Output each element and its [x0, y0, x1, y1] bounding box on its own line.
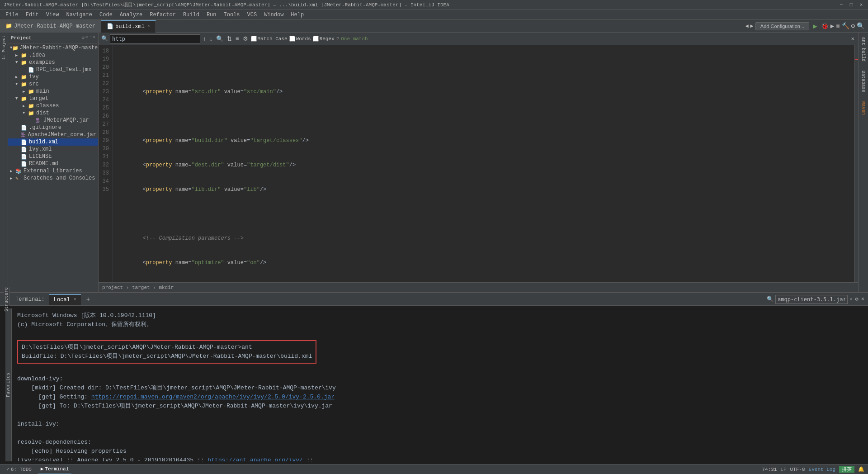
tree-jmeter-amqp-jar-label: JMeterAMQP.jar — [43, 117, 89, 123]
run-coverage-button[interactable]: ▶ — [830, 22, 834, 30]
navigate-forward-icon[interactable]: ▶ — [750, 23, 754, 29]
menu-tools[interactable]: Tools — [220, 11, 244, 19]
build-button[interactable]: 🔨 — [842, 22, 849, 30]
code-lines[interactable]: <property name="src.dir" value="src/main… — [113, 45, 854, 282]
match-case-checkbox[interactable] — [251, 36, 257, 42]
structure-label[interactable]: Structure — [4, 287, 9, 312]
expand-all-icon[interactable]: ≡ — [85, 35, 88, 41]
tree-classes[interactable]: ▶ 📁 classes — [8, 102, 98, 109]
tree-license-label: LICENSE — [29, 153, 52, 160]
tree-readme[interactable]: 📄 README.md — [8, 160, 98, 167]
database-tab[interactable]: Database — [860, 68, 867, 95]
file-tab-buildxml[interactable]: 📄 build.xml × — [101, 20, 156, 33]
maximize-button[interactable]: □ — [848, 2, 854, 8]
ime-indicator[interactable]: 拼英 — [839, 466, 854, 473]
menu-code[interactable]: Code — [96, 11, 116, 19]
project-sidebar-icon[interactable]: 1: Project — [1, 33, 7, 62]
notification-icon[interactable]: 🔔 — [858, 466, 864, 472]
tree-examples[interactable]: ▼ 📁 examples — [8, 59, 98, 66]
project-header-label: Project — [11, 35, 32, 41]
menu-build[interactable]: Build — [179, 11, 203, 19]
project-header: Project ⚙ ≡ − × — [8, 33, 98, 43]
close-panel-icon[interactable]: × — [93, 35, 95, 41]
terminal-bottom-tab[interactable]: ▶ Terminal — [38, 465, 71, 474]
terminal-close-icon[interactable]: × — [861, 296, 864, 303]
settings-icon[interactable]: ⚙ — [851, 22, 855, 30]
tree-buildxml[interactable]: 📄 build.xml — [8, 138, 98, 146]
navigate-back-icon[interactable]: ◀ — [745, 23, 748, 29]
menu-refactor[interactable]: Refactor — [146, 11, 179, 19]
prev-match-button[interactable]: ↑ — [202, 35, 207, 42]
new-terminal-button[interactable]: + — [85, 296, 92, 303]
add-configuration-button[interactable]: Add Configuration... — [755, 22, 809, 30]
match-case-option[interactable]: Match Case — [251, 36, 288, 42]
terminal-link-2[interactable]: https://ant.apache.org/ivy/ — [208, 457, 303, 461]
close-terminal-tab-icon[interactable]: × — [74, 297, 76, 302]
todo-tab[interactable]: ✓ 6: TODO — [4, 465, 34, 474]
event-log-label[interactable]: Event Log — [809, 467, 835, 472]
menu-analyze[interactable]: Analyze — [116, 11, 146, 19]
menu-edit[interactable]: Edit — [22, 11, 42, 19]
replace-options-button[interactable]: ⇅ — [226, 35, 233, 42]
search-input[interactable] — [110, 34, 200, 43]
menu-help[interactable]: Help — [287, 11, 307, 19]
tree-ivy[interactable]: ▶ 📁 ivy — [8, 73, 98, 81]
find-button[interactable]: 🔍 — [215, 35, 224, 42]
tree-external-libs[interactable]: ▶ 📚 External Libraries — [8, 167, 98, 175]
tree-license[interactable]: 📄 LICENSE — [8, 153, 98, 160]
tree-idea[interactable]: ▶ 📁 .idea — [8, 52, 98, 59]
words-checkbox[interactable] — [289, 36, 295, 42]
maven-tab[interactable]: Maven — [860, 99, 867, 118]
settings-gear-icon[interactable]: ⚙ — [81, 35, 85, 41]
close-tab-icon[interactable]: × — [147, 24, 150, 29]
tree-ivyxml[interactable]: 📄 ivy.xml — [8, 146, 98, 153]
filter-options-button[interactable]: ⚙ — [242, 35, 249, 42]
words-option[interactable]: Words — [289, 36, 311, 42]
tree-rpc-load-test[interactable]: 📄 RPC_Load_Test.jmx — [8, 66, 98, 73]
filter-button[interactable]: ≡ — [235, 35, 240, 42]
terminal-text[interactable]: Microsoft Windows [版本 10.0.19042.1110] (… — [12, 308, 863, 461]
tree-main[interactable]: ▶ 📁 main — [8, 88, 98, 95]
terminal-link-1[interactable]: https://repo1.maven.org/maven2/org/apach… — [91, 393, 335, 400]
tree-dist[interactable]: ▼ 📁 dist — [8, 109, 98, 117]
minimize-button[interactable]: − — [838, 2, 844, 8]
tree-root[interactable]: ▼ 📁 JMeter-Rabbit-AMQP-master — [8, 44, 98, 52]
code-content[interactable]: 18 19 20 21 22 23 24 25 26 27 28 29 30 3… — [99, 45, 858, 282]
tree-scratches[interactable]: ▶ ✎ Scratches and Consoles — [8, 175, 98, 182]
stop-button[interactable]: ■ — [836, 23, 840, 30]
tree-target[interactable]: ▼ 📁 target — [8, 95, 98, 102]
terminal-settings-icon[interactable]: ⚙ — [855, 296, 859, 303]
help-icon[interactable]: ? — [336, 36, 340, 42]
terminal-search-input[interactable] — [775, 295, 848, 304]
breadcrumb-bar: project › target › mkdir — [99, 282, 858, 292]
menu-vcs[interactable]: VCS — [244, 11, 261, 19]
tree-gitignore[interactable]: 📄 .gitignore — [8, 124, 98, 131]
run-button[interactable]: ▶ — [811, 22, 819, 31]
scroll-indicator[interactable] — [854, 45, 858, 282]
menu-file[interactable]: File — [2, 11, 22, 19]
close-button[interactable]: × — [858, 2, 864, 8]
next-match-button[interactable]: ↓ — [209, 35, 214, 42]
menu-window[interactable]: Window — [260, 11, 287, 19]
breadcrumb-text: project › target › mkdir — [102, 285, 174, 290]
ant-build-tab[interactable]: ant build — [860, 34, 867, 64]
tree-src[interactable]: ▼ 📁 src — [8, 81, 98, 88]
tree-jmeter-amqp-jar[interactable]: 🗜 JMeterAMQP.jar — [8, 117, 98, 124]
collapse-icon[interactable]: − — [89, 35, 92, 41]
terminal-line-blank3 — [17, 411, 857, 420]
project-tab[interactable]: 📁 JMeter-Rabbit-AMQP-master — [0, 20, 101, 33]
terminal-search-clear[interactable]: × — [849, 297, 853, 302]
close-search-button[interactable]: × — [850, 35, 855, 42]
menu-view[interactable]: View — [42, 11, 63, 19]
search-everywhere-icon[interactable]: 🔍 — [857, 22, 864, 30]
regex-option[interactable]: Regex — [313, 36, 335, 42]
tree-apache-jmeter-jar[interactable]: 🗜 ApacheJMeter_core.jar — [8, 131, 98, 138]
debug-button[interactable]: 🐞 — [821, 22, 829, 30]
menu-run[interactable]: Run — [203, 11, 220, 19]
favorites-label[interactable]: Favorites — [4, 373, 13, 397]
terminal-content[interactable]: Favorites Microsoft Windows [版本 10.0.190… — [0, 306, 868, 464]
right-sidebar: ant build Database Maven — [858, 33, 868, 292]
terminal-tab-local[interactable]: Local × — [49, 294, 81, 305]
regex-checkbox[interactable] — [313, 36, 319, 42]
menu-navigate[interactable]: Navigate — [62, 11, 96, 19]
